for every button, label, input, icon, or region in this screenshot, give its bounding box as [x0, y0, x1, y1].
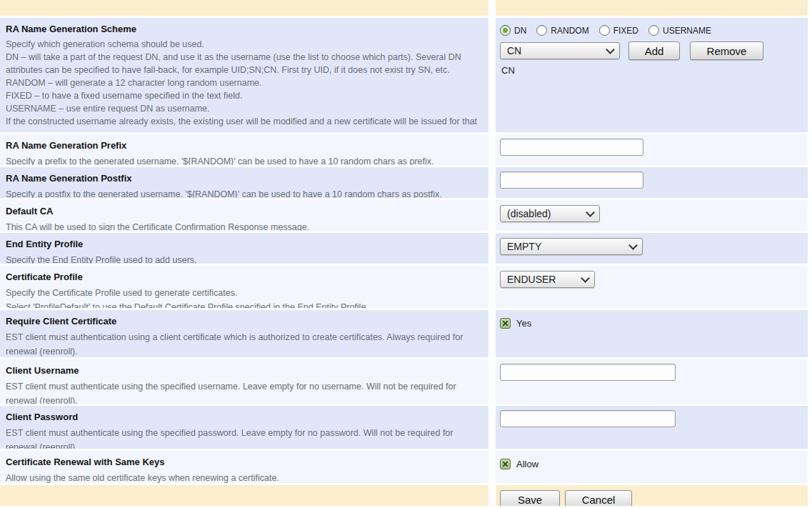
- row-eep-label-cell: End Entity Profile Specify the End Entit…: [0, 233, 488, 264]
- radio-fixed-label: FIXED: [613, 26, 638, 36]
- config-table: RA Name Generation Scheme Specify which …: [0, 0, 808, 506]
- eep-select-value: EMPTY: [507, 241, 541, 252]
- checkbox-checked-icon[interactable]: [500, 459, 511, 469]
- row-scheme-label-cell: RA Name Generation Scheme Specify which …: [0, 18, 488, 132]
- row-cu-control-cell: [496, 359, 808, 404]
- rcc-desc: EST client must authentication using a c…: [6, 330, 484, 357]
- row-prefix-label-cell: RA Name Generation Prefix Specify a pref…: [0, 134, 488, 165]
- eep-desc: Specify the End Entity Profile used to a…: [6, 253, 484, 264]
- radio-option-dn[interactable]: DN: [500, 25, 526, 36]
- require-client-cert-label: Yes: [516, 318, 531, 329]
- scheme-desc-4: FIXED – to have a fixed username specifi…: [6, 89, 484, 102]
- crk-desc: Allow using the same old certificate key…: [6, 471, 484, 483]
- radio-option-random[interactable]: RANDOM: [536, 25, 588, 36]
- radio-random-icon[interactable]: [536, 25, 547, 36]
- prefix-title: RA Name Generation Prefix: [6, 139, 484, 151]
- row-scheme-control-cell: DN RANDOM FIXED USERNAME CN: [496, 18, 808, 132]
- row-cu-label-cell: Client Username EST client must authenti…: [0, 359, 488, 404]
- cp-desc-2: Select 'ProfileDefault' to use the Defau…: [6, 300, 484, 308]
- radio-fixed-icon[interactable]: [599, 25, 610, 36]
- row-default-ca-label-cell: Default CA This CA will be used to sign …: [0, 200, 488, 231]
- cu-desc: EST client must authenticate using the s…: [6, 379, 484, 404]
- default-ca-select-value: (disabled): [507, 208, 551, 219]
- radio-dn-selected-icon[interactable]: [500, 25, 511, 36]
- crk-title: Certificate Renewal with Same Keys: [6, 455, 484, 467]
- radio-option-fixed[interactable]: FIXED: [599, 25, 638, 36]
- eep-title: End Entity Profile: [6, 237, 484, 249]
- cp-title: Certificate Profile: [6, 270, 484, 282]
- row-cpw-label-cell: Client Password EST client must authenti…: [0, 406, 488, 449]
- dn-part-controls: CN Add Remove: [500, 41, 808, 60]
- dn-part-select-value: CN: [507, 45, 521, 56]
- row-rcc-control-cell: Yes: [496, 310, 808, 357]
- row-postfix-label-cell: RA Name Generation Postfix Specify a pos…: [0, 167, 488, 198]
- checkbox-checked-icon[interactable]: [500, 318, 511, 329]
- cert-renewal-row: Allow: [500, 455, 808, 469]
- cert-renewal-label: Allow: [516, 459, 538, 469]
- footer-buttons: Save Cancel: [500, 489, 808, 506]
- dn-part-select[interactable]: CN: [500, 42, 620, 59]
- chevron-down-icon: [581, 274, 590, 283]
- scheme-title: RA Name Generation Scheme: [6, 22, 484, 34]
- row-prefix-control-cell: [496, 134, 808, 165]
- add-button[interactable]: Add: [628, 41, 680, 60]
- prefix-input[interactable]: [500, 139, 643, 156]
- row-crk-label-cell: Certificate Renewal with Same Keys Allow…: [0, 451, 488, 483]
- row-cpw-control-cell: [496, 406, 808, 449]
- row-rcc-label-cell: Require Client Certificate EST client mu…: [0, 310, 488, 357]
- scheme-desc-2: DN – will take a part of the request DN,…: [6, 51, 484, 76]
- chevron-down-icon: [586, 208, 595, 217]
- scheme-desc-1: Specify which generation schema should b…: [6, 38, 484, 51]
- rcc-title: Require Client Certificate: [6, 314, 484, 327]
- row-crk-control-cell: Allow: [496, 451, 808, 483]
- est-alias-config-page: RA Name Generation Scheme Specify which …: [0, 0, 808, 506]
- scheme-radio-group: DN RANDOM FIXED USERNAME: [500, 22, 808, 36]
- postfix-input[interactable]: [500, 171, 643, 189]
- cpw-desc: EST client must authenticate using the s…: [6, 426, 484, 449]
- row-cp-control-cell: ENDUSER: [496, 266, 808, 308]
- footer-bar-left: [0, 485, 488, 506]
- default-ca-desc: This CA will be used to sign the Certifi…: [6, 220, 484, 231]
- default-ca-select[interactable]: (disabled): [500, 205, 600, 222]
- row-default-ca-control-cell: (disabled): [496, 200, 808, 231]
- client-username-input[interactable]: [500, 364, 676, 381]
- radio-username-label: USERNAME: [663, 26, 711, 36]
- row-cp-label-cell: Certificate Profile Specify the Certific…: [0, 266, 488, 308]
- header-bar-right: [496, 0, 808, 16]
- save-button[interactable]: Save: [500, 490, 560, 506]
- scheme-desc-6: If the constructed username already exis…: [6, 115, 484, 132]
- footer-bar-right: Save Cancel: [496, 485, 808, 506]
- cu-title: Client Username: [6, 364, 484, 376]
- scheme-desc-3: RANDOM – will generate a 12 character lo…: [6, 76, 484, 89]
- radio-option-username[interactable]: USERNAME: [648, 25, 711, 36]
- radio-random-label: RANDOM: [551, 26, 588, 36]
- postfix-title: RA Name Generation Postfix: [6, 171, 484, 184]
- end-entity-profile-select[interactable]: EMPTY: [500, 238, 643, 255]
- cp-select-value: ENDUSER: [507, 274, 556, 285]
- row-postfix-control-cell: [496, 167, 808, 198]
- header-bar-left: [0, 0, 488, 16]
- row-eep-control-cell: EMPTY: [496, 233, 808, 264]
- client-password-input[interactable]: [500, 410, 676, 427]
- scheme-desc-5: USERNAME – use entire request DN as user…: [6, 102, 484, 115]
- radio-dn-label: DN: [514, 26, 526, 36]
- certificate-profile-select[interactable]: ENDUSER: [500, 271, 595, 288]
- cancel-button[interactable]: Cancel: [565, 490, 632, 506]
- cp-desc-1: Specify the Certificate Profile used to …: [6, 286, 484, 300]
- radio-username-icon[interactable]: [648, 25, 659, 36]
- require-client-cert-row: Yes: [500, 314, 808, 329]
- default-ca-title: Default CA: [6, 204, 484, 216]
- chevron-down-icon: [606, 45, 615, 54]
- selected-dn-parts-list[interactable]: CN: [500, 65, 808, 76]
- remove-button[interactable]: Remove: [690, 41, 763, 60]
- chevron-down-icon: [628, 241, 638, 250]
- prefix-desc: Specify a prefix to the generated userna…: [6, 154, 484, 165]
- cpw-title: Client Password: [6, 410, 484, 422]
- postfix-desc: Specify a postfix to the generated usern…: [6, 187, 484, 198]
